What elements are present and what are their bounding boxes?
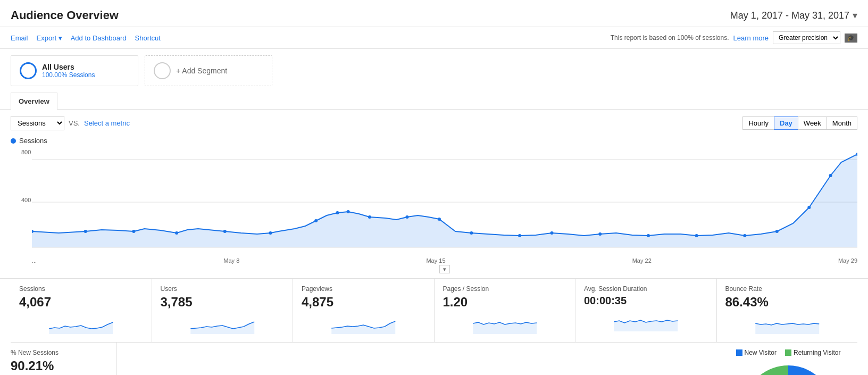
- time-btn-month[interactable]: Month: [827, 116, 857, 130]
- bottom-spacer: [128, 343, 708, 375]
- page-header: Audience Overview May 1, 2017 - May 31, …: [0, 0, 868, 27]
- report-note: This report is based on 100% of sessions…: [611, 34, 729, 41]
- metric-users: Users 3,785: [152, 279, 294, 342]
- select-metric-link[interactable]: Select a metric: [84, 119, 130, 127]
- metric-bounce-rate-label: Bounce Rate: [725, 285, 849, 293]
- toolbar-left: Email Export ▾ Add to Dashboard Shortcut: [11, 34, 161, 42]
- sessions-legend-dot: [11, 138, 16, 144]
- svg-point-10: [336, 211, 339, 214]
- svg-point-22: [775, 230, 779, 233]
- svg-point-15: [470, 231, 473, 235]
- time-btn-hourly[interactable]: Hourly: [742, 116, 774, 130]
- all-users-segment: All Users 100.00% Sessions: [11, 55, 138, 86]
- returning-visitor-legend: Returning Visitor: [785, 349, 841, 356]
- y-label-800: 800: [21, 149, 31, 155]
- svg-point-4: [84, 230, 87, 233]
- svg-point-12: [368, 215, 371, 219]
- svg-point-16: [518, 234, 521, 237]
- chart-area: Sessions 800 400: [0, 137, 868, 278]
- date-range-picker[interactable]: May 1, 2017 - May 31, 2017 ▾: [730, 10, 857, 21]
- metric-sessions-value: 4,067: [19, 295, 143, 310]
- x-label-may15: May 15: [426, 257, 445, 264]
- y-axis-labels: 800 400: [21, 149, 31, 245]
- metric-avg-duration: Avg. Session Duration 00:00:35: [575, 279, 717, 342]
- metric-users-sparkline: [161, 313, 285, 334]
- svg-point-20: [695, 234, 698, 237]
- returning-visitor-legend-label: Returning Visitor: [794, 349, 841, 356]
- date-picker-arrow-icon: ▾: [853, 10, 857, 21]
- x-label-ellipsis: ...: [32, 257, 37, 264]
- metric-avg-duration-sparkline: [584, 310, 708, 331]
- add-segment-label: + Add Segment: [176, 66, 227, 75]
- shortcut-link[interactable]: Shortcut: [135, 34, 161, 42]
- svg-point-5: [132, 230, 135, 233]
- segments-row: All Users 100.00% Sessions + Add Segment: [0, 49, 868, 93]
- all-users-pct: 100.00% Sessions: [42, 71, 95, 79]
- svg-point-19: [647, 234, 650, 237]
- all-users-icon: [20, 62, 37, 79]
- time-buttons-group: Hourly Day Week Month: [743, 116, 857, 130]
- x-label-may29: May 29: [838, 257, 857, 264]
- metric-sessions-label: Sessions: [19, 285, 143, 293]
- metric-users-label: Users: [161, 285, 285, 293]
- metric-pageviews-label: Pageviews: [302, 285, 425, 293]
- metrics-row: Sessions 4,067 Users 3,785 Pageviews 4,8…: [11, 279, 857, 343]
- metric-new-sessions-label: % New Sessions: [11, 349, 108, 356]
- metric-pageviews: Pageviews 4,875: [293, 279, 435, 342]
- date-range-text: May 1, 2017 - May 31, 2017: [730, 10, 849, 21]
- new-visitor-legend: New Visitor: [736, 349, 777, 356]
- bottom-section: % New Sessions 90.21% New Visitor Return…: [0, 343, 868, 375]
- toolbar-right: This report is based on 100% of sessions…: [611, 31, 857, 44]
- metric-pages-session-sparkline: [443, 313, 567, 334]
- cap-icon[interactable]: 🎓: [845, 34, 857, 43]
- metric-pages-session: Pages / Session 1.20: [435, 279, 576, 342]
- metric-select-area: Sessions Users Pageviews VS. Select a me…: [11, 116, 130, 130]
- svg-point-7: [223, 230, 227, 233]
- chart-controls: Sessions Users Pageviews VS. Select a me…: [0, 110, 868, 137]
- export-link[interactable]: Export ▾: [37, 34, 62, 42]
- metric-pageviews-sparkline: [302, 313, 425, 334]
- sessions-dropdown[interactable]: Sessions Users Pageviews: [11, 116, 64, 130]
- pie-legend: New Visitor Returning Visitor: [736, 349, 841, 356]
- time-btn-week[interactable]: Week: [798, 116, 827, 130]
- svg-point-18: [598, 232, 602, 236]
- precision-select[interactable]: Greater precision Faster response: [773, 31, 840, 44]
- svg-point-9: [314, 219, 318, 222]
- sessions-legend-label: Sessions: [19, 137, 47, 145]
- metric-pages-session-value: 1.20: [443, 295, 567, 310]
- tabs-row: Overview: [0, 93, 868, 110]
- new-visitor-legend-label: New Visitor: [745, 349, 777, 356]
- svg-point-17: [550, 231, 554, 235]
- metric-pages-session-label: Pages / Session: [443, 285, 567, 293]
- metrics-section: Sessions 4,067 Users 3,785 Pageviews 4,8…: [0, 278, 868, 343]
- add-segment-box[interactable]: + Add Segment: [145, 55, 272, 86]
- all-users-label: All Users: [42, 63, 95, 71]
- svg-point-23: [807, 206, 811, 209]
- vs-label: VS.: [69, 119, 80, 127]
- email-link[interactable]: Email: [11, 34, 28, 42]
- tab-overview[interactable]: Overview: [11, 93, 57, 110]
- chart-expand-btn[interactable]: ▾: [32, 265, 857, 273]
- metric-avg-duration-value: 00:00:35: [584, 295, 708, 307]
- metric-sessions-sparkline: [19, 313, 143, 334]
- svg-point-8: [269, 231, 272, 235]
- y-label-400: 400: [21, 197, 31, 203]
- metric-users-value: 3,785: [161, 295, 285, 310]
- svg-point-13: [405, 215, 408, 219]
- returning-visitor-legend-color: [785, 349, 791, 356]
- all-users-info: All Users 100.00% Sessions: [42, 63, 95, 79]
- add-to-dashboard-link[interactable]: Add to Dashboard: [71, 34, 127, 42]
- svg-point-6: [175, 231, 178, 235]
- metric-avg-duration-label: Avg. Session Duration: [584, 285, 708, 293]
- chart-legend: Sessions: [11, 137, 857, 149]
- svg-point-14: [438, 218, 441, 221]
- x-label-may8: May 8: [223, 257, 239, 264]
- learn-more-link[interactable]: Learn more: [733, 34, 769, 42]
- sessions-chart: [32, 149, 857, 255]
- svg-point-21: [743, 234, 746, 237]
- chart-container: 800 400: [11, 149, 857, 273]
- metric-sessions: Sessions 4,067: [11, 279, 152, 342]
- x-axis-labels: ... May 8 May 15 May 22 May 29: [32, 255, 857, 264]
- metric-pageviews-value: 4,875: [302, 295, 425, 310]
- time-btn-day[interactable]: Day: [774, 116, 798, 130]
